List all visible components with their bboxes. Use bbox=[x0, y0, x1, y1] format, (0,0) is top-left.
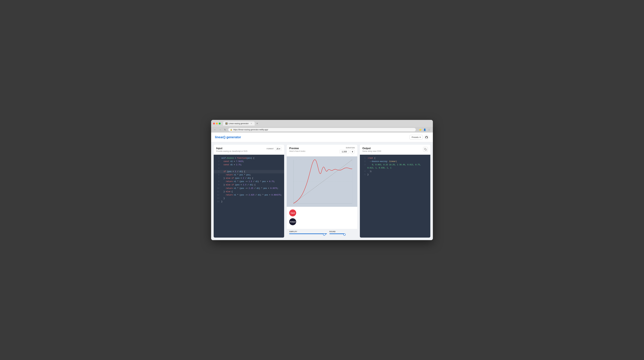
format-select[interactable]: JS ▾ bbox=[275, 147, 282, 151]
preview-panel-subtitle: Here's how it looks: bbox=[289, 150, 306, 152]
output-line-2: 2 --bounce-easing: linear( bbox=[360, 160, 430, 163]
back-button[interactable]: ← bbox=[213, 128, 217, 132]
code-line-14: 14 } bbox=[214, 200, 284, 203]
browser-addressbar: ← → ↻ 🔒 https://linear-easing-generator.… bbox=[211, 127, 433, 133]
browser-tabs: ⚡ Linear easing generator ✕ + bbox=[223, 122, 431, 126]
simplify-slider-track[interactable] bbox=[289, 233, 327, 234]
code-line-10: 10 return n1 * (pos -= 2.25 / d1) * pos … bbox=[214, 187, 284, 190]
traffic-light-minimize[interactable] bbox=[216, 123, 218, 125]
tab-favicon: ⚡ bbox=[226, 122, 228, 125]
simplify-label: SIMPLIFY bbox=[289, 231, 327, 232]
pause-icon: ⏸ bbox=[352, 151, 353, 153]
presets-button[interactable]: Presets ▾ bbox=[410, 135, 423, 140]
code-line-2: 2 const n1 = 7.5625; bbox=[214, 160, 284, 163]
input-format-controls: FORMAT JS ▾ bbox=[266, 147, 282, 151]
output-line-1: 1 :root { bbox=[360, 157, 430, 160]
duration-label: DURATION bbox=[346, 147, 355, 149]
output-panel-subtitle: Some shiny new CSS! bbox=[362, 150, 381, 152]
duration-input[interactable] bbox=[340, 150, 349, 154]
copy-button[interactable] bbox=[423, 147, 428, 152]
tab-close-button[interactable]: ✕ bbox=[250, 122, 252, 125]
traffic-lights bbox=[213, 123, 221, 125]
code-line-9: 9 } else if (pos < 2.5 / d1) { bbox=[214, 183, 284, 187]
output-line-5: 5 } bbox=[360, 173, 430, 176]
browser-window: ⚡ Linear easing generator ✕ + ← → ↻ 🔒 ht… bbox=[211, 120, 433, 240]
input-panel-title: Input bbox=[216, 147, 248, 150]
new-tab-button[interactable]: + bbox=[255, 122, 259, 126]
output-ball-label: Output bbox=[290, 221, 296, 223]
copy-icon bbox=[424, 148, 427, 151]
preview-panel-title: Preview bbox=[289, 147, 306, 150]
forward-button[interactable]: → bbox=[218, 128, 222, 132]
duration-controls: ⏸ bbox=[340, 149, 355, 154]
extensions-button[interactable]: ⭐ bbox=[418, 128, 422, 132]
url-text: https://linear-easing-generator.netlify.… bbox=[233, 129, 268, 131]
tab-title: Linear easing generator bbox=[228, 122, 249, 125]
profile-button[interactable]: 👤 bbox=[423, 128, 426, 132]
app-header: linear() generator Presets ▾ bbox=[211, 133, 433, 142]
address-bar[interactable]: 🔒 https://linear-easing-generator.netlif… bbox=[228, 128, 416, 131]
header-actions: Presets ▾ bbox=[410, 135, 429, 140]
presets-chevron-icon: ▾ bbox=[420, 136, 421, 138]
github-icon bbox=[425, 136, 428, 139]
output-code: 1 :root { 2 --bounce-easing: linear( 3 0… bbox=[360, 155, 430, 238]
easing-chart bbox=[287, 157, 357, 207]
lock-icon: 🔒 bbox=[230, 129, 232, 131]
traffic-light-fullscreen[interactable] bbox=[219, 123, 221, 125]
play-pause-button[interactable]: ⏸ bbox=[350, 149, 355, 154]
code-line-3: 3 const d1 = 2.75; bbox=[214, 163, 284, 167]
code-line-8: 8 return n1 * (pos -= 1.5 / d1) * pos + … bbox=[214, 180, 284, 183]
code-line-13: 13 } bbox=[214, 197, 284, 200]
menu-button[interactable]: ⋮ bbox=[427, 128, 431, 132]
code-editor[interactable]: 1 self.bounce = function(pos) { 2 const … bbox=[214, 155, 284, 238]
traffic-light-close[interactable] bbox=[213, 123, 215, 125]
round-slider-group: ROUND bbox=[330, 231, 355, 236]
browser-titlebar: ⚡ Linear easing generator ✕ + bbox=[211, 120, 433, 127]
round-label: ROUND bbox=[330, 231, 355, 232]
reload-button[interactable]: ↻ bbox=[223, 128, 227, 132]
easing-chart-svg bbox=[287, 157, 357, 207]
output-line-4: 4 ); bbox=[360, 170, 430, 173]
svg-rect-6 bbox=[425, 149, 426, 151]
input-panel-info: Input Provide easing as JavaScript or SV… bbox=[216, 147, 248, 152]
code-line-5: 5 if (pos < 1 / d1) { bbox=[214, 170, 284, 173]
output-panel-header: Output Some shiny new CSS! bbox=[360, 145, 430, 155]
output-ball[interactable]: Output bbox=[289, 218, 296, 225]
format-chevron-icon: ▾ bbox=[279, 148, 280, 150]
input-panel: Input Provide easing as JavaScript or SV… bbox=[214, 145, 284, 238]
duration-control: DURATION ⏸ bbox=[340, 147, 355, 154]
format-label: FORMAT bbox=[266, 148, 274, 150]
output-line-3: 3 0, 0.063, 0.25 18.2%, 1 36.4%, 0.813, … bbox=[360, 163, 430, 170]
output-panel-info: Output Some shiny new CSS! bbox=[362, 147, 381, 152]
code-line-7: 7 } else if (pos < 2 / d1) { bbox=[214, 177, 284, 180]
code-line-4: 4 bbox=[214, 167, 284, 170]
format-value: JS bbox=[276, 148, 278, 150]
output-panel: Output Some shiny new CSS! 1 :root { bbox=[360, 145, 430, 238]
round-slider-thumb[interactable] bbox=[344, 233, 346, 236]
browser-actions: ⭐ 👤 ⋮ bbox=[418, 128, 431, 132]
input-ball-label: Input bbox=[291, 212, 295, 214]
code-line-12: 12 return n1 * (pos -= 2.625 / d1) * pos… bbox=[214, 193, 284, 197]
code-line-11: 11 } else { bbox=[214, 190, 284, 193]
simplify-slider-track-container bbox=[289, 233, 327, 236]
preview-panel-info: Preview Here's how it looks: bbox=[289, 147, 306, 152]
browser-tab-active[interactable]: ⚡ Linear easing generator ✕ bbox=[223, 122, 255, 126]
input-ball-row: Input bbox=[289, 209, 355, 216]
code-line-6: 6 return n1 * pos * pos; bbox=[214, 173, 284, 177]
code-line-1: 1 self.bounce = function(pos) { bbox=[214, 157, 284, 160]
output-ball-row: Output bbox=[289, 218, 355, 225]
animation-area: Input Output bbox=[287, 207, 357, 229]
simplify-slider-thumb[interactable] bbox=[323, 233, 325, 236]
input-ball[interactable]: Input bbox=[289, 209, 296, 216]
presets-label: Presets bbox=[412, 136, 418, 138]
github-button[interactable] bbox=[424, 135, 429, 140]
sliders-area: SIMPLIFY ROUND bbox=[287, 229, 357, 238]
round-slider-track-container bbox=[330, 233, 355, 236]
input-panel-subtitle: Provide easing as JavaScript or SVG bbox=[216, 150, 248, 152]
preview-panel-header: Preview Here's how it looks: DURATION ⏸ bbox=[287, 145, 357, 157]
input-panel-header: Input Provide easing as JavaScript or SV… bbox=[214, 145, 284, 155]
app-content: linear() generator Presets ▾ Inp bbox=[211, 133, 433, 240]
app-logo: linear() generator bbox=[215, 135, 241, 139]
round-slider-track[interactable] bbox=[330, 233, 345, 234]
main-panels: Input Provide easing as JavaScript or SV… bbox=[211, 142, 433, 240]
